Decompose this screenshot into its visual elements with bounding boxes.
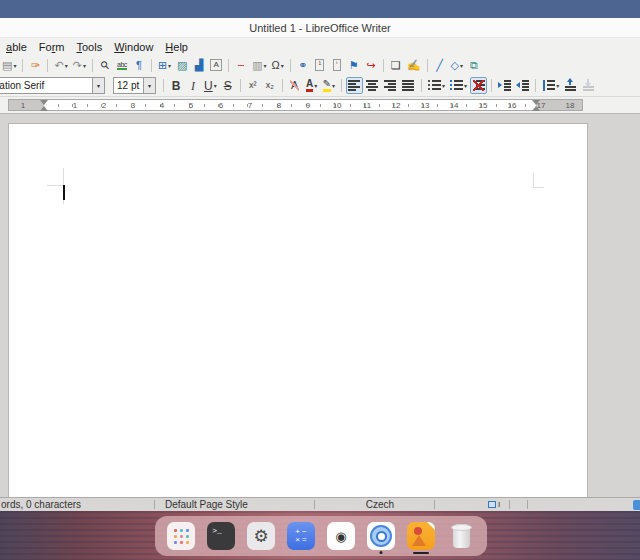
track-changes-button[interactable]: ✍: [405, 57, 423, 74]
document-page[interactable]: [8, 123, 588, 497]
font-name-combobox[interactable]: ration Serif ▾: [0, 77, 105, 94]
hyperlink-button[interactable]: ⚭: [295, 57, 311, 74]
text-language[interactable]: Czech: [340, 498, 420, 511]
dropdown-arrow-icon[interactable]: ▾: [65, 62, 68, 69]
decrease-paragraph-spacing-button[interactable]: [580, 77, 597, 94]
right-indent-marker[interactable]: [532, 100, 540, 111]
selection-mode-icon[interactable]: I: [488, 500, 504, 509]
insert-table-button[interactable]: ⊞▾: [156, 57, 173, 74]
cross-reference-button[interactable]: ↪: [363, 57, 379, 74]
button-glyph: ⚭: [298, 60, 307, 71]
dock-app-launcher[interactable]: [167, 522, 195, 550]
line-spacing-button[interactable]: ▾: [540, 77, 561, 94]
insert-image-button[interactable]: ▨: [174, 57, 190, 74]
bullet-list-button[interactable]: ▾: [426, 77, 447, 94]
font-size-dropdown-icon[interactable]: ▾: [143, 78, 155, 93]
align-justify-button[interactable]: [400, 77, 417, 94]
font-color-button[interactable]: A▾: [304, 77, 320, 94]
align-left-button[interactable]: [346, 77, 363, 94]
insert-field-button[interactable]: ▥▾: [250, 57, 268, 74]
dropdown-arrow-icon[interactable]: ▾: [13, 62, 16, 69]
menu-help[interactable]: Help: [159, 40, 194, 54]
ruler-number: 5: [189, 101, 193, 110]
toolbar-separator: [290, 59, 291, 72]
insert-comment-button[interactable]: ❏: [388, 57, 404, 74]
page-style[interactable]: Default Page Style: [165, 498, 248, 511]
menu-table[interactable]: able: [0, 40, 33, 54]
button-glyph: [450, 79, 463, 92]
menu-form[interactable]: Form: [33, 40, 71, 54]
font-size-combobox[interactable]: 12 pt ▾: [113, 77, 156, 94]
footnote-button[interactable]: ¹: [312, 57, 328, 74]
ruler-number: 16: [508, 101, 517, 110]
endnote-button[interactable]: ⁱ: [329, 57, 345, 74]
insert-textbox-button[interactable]: A: [208, 57, 224, 74]
dock-settings[interactable]: ⚙: [247, 522, 275, 550]
dock-screenshot-tool[interactable]: ◉: [327, 522, 355, 550]
numbered-list-button[interactable]: ▾: [448, 77, 469, 94]
dock-chromium-browser[interactable]: [367, 522, 395, 550]
find-replace-button[interactable]: ⚲: [97, 57, 113, 74]
dropdown-arrow-icon[interactable]: ▾: [464, 82, 467, 89]
ruler-row: 1123456789101112131415161718: [0, 97, 640, 113]
dock-icon-art: ⚙: [247, 522, 275, 550]
window-titlebar[interactable]: Untitled 1 - LibreOffice Writer: [0, 18, 640, 38]
strikethrough-button[interactable]: S: [220, 77, 236, 94]
basic-shapes-button[interactable]: ◇▾: [449, 57, 465, 74]
formatting-marks-button[interactable]: ¶: [131, 57, 147, 74]
undo-button[interactable]: ↶▾: [52, 57, 69, 74]
button-glyph: ▥: [252, 60, 262, 71]
align-center-button[interactable]: [364, 77, 381, 94]
dropdown-arrow-icon[interactable]: ▾: [168, 62, 171, 69]
dock-calculator[interactable]: + − × =: [287, 522, 315, 550]
insert-line-button[interactable]: ╱: [432, 57, 448, 74]
dropdown-arrow-icon[interactable]: ▾: [281, 62, 284, 69]
left-indent-marker[interactable]: [40, 100, 48, 111]
font-name-dropdown-icon[interactable]: ▾: [92, 78, 104, 93]
dropdown-arrow-icon[interactable]: ▾: [264, 62, 267, 69]
redo-button[interactable]: ↷▾: [71, 57, 88, 74]
insert-chart-button[interactable]: ▟: [191, 57, 207, 74]
highlight-color-button[interactable]: ✎▾: [321, 77, 337, 94]
dock-image-viewer[interactable]: [407, 522, 435, 550]
desktop-wallpaper: >_⚙+ − × =◉: [0, 511, 640, 560]
ruler-number: 15: [479, 101, 488, 110]
clear-formatting-button[interactable]: A: [287, 77, 303, 94]
horizontal-ruler[interactable]: 1123456789101112131415161718: [8, 99, 583, 111]
underline-button[interactable]: U▾: [202, 77, 219, 94]
draw-functions-button[interactable]: ⧉: [466, 57, 482, 74]
dropdown-arrow-icon[interactable]: ▾: [214, 82, 217, 89]
dock-terminal[interactable]: >_: [207, 522, 235, 550]
dropdown-arrow-icon[interactable]: ▾: [314, 82, 317, 89]
dropdown-arrow-icon[interactable]: ▾: [83, 62, 86, 69]
dropdown-arrow-icon[interactable]: ▾: [556, 82, 559, 89]
paste-button[interactable]: ▤▾: [0, 57, 18, 74]
page-break-button[interactable]: ┄: [233, 57, 249, 74]
align-right-button[interactable]: [382, 77, 399, 94]
dock-trash[interactable]: [447, 522, 475, 550]
clone-formatting-button[interactable]: ✑: [27, 57, 43, 74]
spelling-button[interactable]: abc: [114, 57, 130, 74]
bookmark-button[interactable]: ⚑: [346, 57, 362, 74]
dropdown-arrow-icon[interactable]: ▾: [332, 82, 335, 89]
increase-indent-button[interactable]: [496, 77, 513, 94]
menu-tools[interactable]: Tools: [71, 40, 109, 54]
no-list-button[interactable]: [470, 77, 487, 94]
menu-window[interactable]: Window: [108, 40, 159, 54]
word-count[interactable]: ords, 0 characters: [1, 498, 81, 511]
ruler-number: 13: [421, 101, 430, 110]
increase-paragraph-spacing-button[interactable]: [562, 77, 579, 94]
dropdown-arrow-icon[interactable]: ▾: [442, 82, 445, 89]
bold-button[interactable]: B: [168, 77, 184, 94]
toolbar-separator: [491, 79, 492, 92]
dock-icon-art: >_: [207, 522, 235, 550]
button-glyph: [582, 79, 595, 92]
dropdown-arrow-icon[interactable]: ▾: [460, 62, 463, 69]
special-character-button[interactable]: Ω▾: [270, 57, 286, 74]
decrease-indent-button[interactable]: [514, 77, 531, 94]
superscript-button[interactable]: x²: [245, 77, 261, 94]
subscript-button[interactable]: x₂: [262, 77, 278, 94]
page-view-button[interactable]: [633, 500, 640, 510]
italic-button[interactable]: I: [185, 77, 201, 94]
button-glyph: ✎: [323, 79, 331, 92]
